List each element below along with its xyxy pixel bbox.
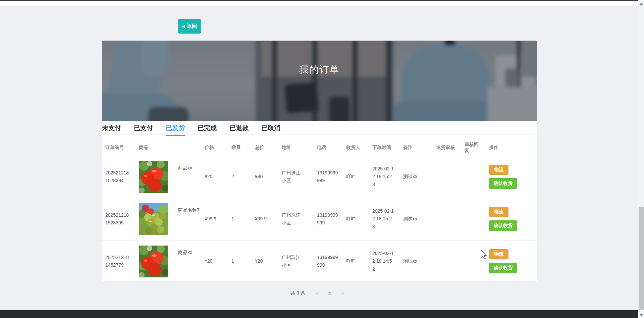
tab-shipped[interactable]: 已发货	[166, 121, 185, 135]
header-total: 总价	[252, 140, 278, 156]
confirm-receipt-button[interactable]: 确认收货	[489, 220, 517, 231]
tab-refunded[interactable]: 已退款	[229, 121, 249, 135]
orders-table: 订单编号 商品 价格 数量 总价 地址 电话 收货人 下单时间 备注 退货审核 …	[102, 140, 537, 283]
back-button-label: 返回	[187, 23, 197, 30]
banner-dark-overlay	[102, 41, 537, 121]
order-time-cell: 2025-02-12 18:15:28	[372, 207, 394, 230]
quantity-cell: 1	[228, 198, 252, 240]
header-product: 商品	[136, 140, 201, 156]
remark-cell: 测试xx	[400, 156, 433, 198]
order-no: 2025212181452779	[105, 254, 129, 269]
back-button[interactable]: ◀ 返回	[178, 19, 201, 34]
product-image-tomatoes	[139, 246, 168, 277]
product-image-grapes	[139, 203, 168, 235]
header-remark: 备注	[400, 140, 433, 156]
header-consignee: 收货人	[343, 140, 369, 156]
scrollbar-up-arrow-icon[interactable]	[638, 1, 644, 6]
header-phone: 电话	[314, 140, 343, 156]
review-reply-cell	[461, 198, 486, 240]
next-page-button[interactable]: >	[337, 288, 348, 298]
address-cell: 广州珠江小区	[282, 254, 302, 269]
consignee-cell: 吖吖	[343, 240, 369, 282]
scrollbar-down-arrow-icon[interactable]	[638, 312, 644, 318]
tab-paid[interactable]: 已支付	[134, 121, 153, 135]
review-reply-cell	[461, 156, 486, 198]
page-title: 我的订单	[102, 63, 537, 76]
quantity-cell: 1	[228, 240, 252, 282]
product-image-tomatoes	[139, 161, 168, 193]
price-cell: ¥20	[201, 156, 228, 198]
header-actions: 操作	[486, 140, 537, 156]
table-row: 2025212181452779	[102, 240, 537, 282]
orders-panel: 未支付 已支付 已发货 已完成 已退款 已取消 订单编号 商品 价格 数量 总价	[102, 121, 537, 281]
table-row: 2025212181528394	[102, 156, 537, 198]
header-review-reply: 审核回复	[461, 140, 486, 156]
page-number-1[interactable]: 1	[325, 288, 335, 298]
header-order-no: 订单编号	[102, 140, 136, 156]
tab-cancelled[interactable]: 已取消	[261, 121, 280, 135]
order-no: 2025212181528395	[105, 211, 129, 227]
back-arrow-icon: ◀	[182, 24, 185, 28]
header-address: 地址	[278, 140, 314, 156]
total-cell: ¥99.9	[252, 198, 278, 240]
confirm-receipt-button[interactable]: 确认收货	[489, 178, 517, 189]
review-reply-cell	[461, 240, 486, 282]
remark-cell: 测试xx	[400, 198, 433, 240]
header-quantity: 数量	[228, 140, 252, 156]
pagination-total: 共 3 条	[290, 290, 305, 296]
order-time-cell: 2025-02-12 18:14:52	[372, 250, 394, 273]
order-time-cell: 2025-02-12 18:15:28	[372, 165, 394, 188]
remark-cell: 测试xx	[400, 240, 433, 282]
page-footer	[0, 310, 638, 318]
header-order-time: 下单时间	[369, 140, 400, 156]
order-no: 2025212181528394	[105, 169, 129, 184]
tab-unpaid[interactable]: 未支付	[102, 121, 121, 135]
product-name: 商品名称7	[178, 206, 200, 214]
price-cell: ¥20	[201, 240, 228, 282]
pagination: 共 3 条 < 1 >	[102, 288, 537, 299]
order-page: ◀ 返回	[0, 0, 644, 318]
phone-cell: 13199999999	[317, 254, 338, 269]
table-row: 2025212181528395	[102, 198, 537, 240]
phone-cell: 13199999999	[317, 169, 338, 184]
logistics-button[interactable]: 物流	[489, 249, 508, 259]
logistics-button[interactable]: 物流	[489, 207, 508, 217]
quantity-cell: 2	[228, 156, 252, 198]
table-header-row: 订单编号 商品 价格 数量 总价 地址 电话 收货人 下单时间 备注 退货审核 …	[102, 140, 537, 156]
product-name: 商品xx	[178, 164, 192, 172]
order-status-tabbar: 未支付 已支付 已发货 已完成 已退款 已取消	[102, 121, 537, 135]
address-cell: 广州珠江小区	[282, 169, 302, 184]
tab-completed[interactable]: 已完成	[198, 121, 217, 135]
return-review-cell	[433, 156, 461, 198]
total-cell: ¥20	[252, 240, 278, 282]
return-review-cell	[433, 198, 461, 240]
logistics-button[interactable]: 物流	[489, 165, 508, 175]
top-white-strip	[0, 1, 638, 6]
phone-cell: 13199999999	[317, 211, 338, 227]
header-return-review: 退货审核	[433, 140, 461, 156]
consignee-cell: 吖吖	[343, 156, 369, 198]
prev-page-button[interactable]: <	[312, 288, 323, 298]
header-price: 价格	[201, 140, 228, 156]
consignee-cell: 吖吖	[343, 198, 369, 240]
return-review-cell	[433, 240, 461, 282]
vertical-scrollbar[interactable]	[638, 0, 644, 318]
page-banner: 我的订单	[102, 41, 537, 121]
total-cell: ¥40	[252, 156, 278, 198]
confirm-receipt-button[interactable]: 确认收货	[489, 263, 517, 273]
price-cell: ¥99.9	[201, 198, 228, 240]
address-cell: 广州珠江小区	[282, 211, 302, 227]
scrollbar-thumb[interactable]	[639, 207, 644, 310]
product-name: 商品xx	[178, 249, 192, 256]
